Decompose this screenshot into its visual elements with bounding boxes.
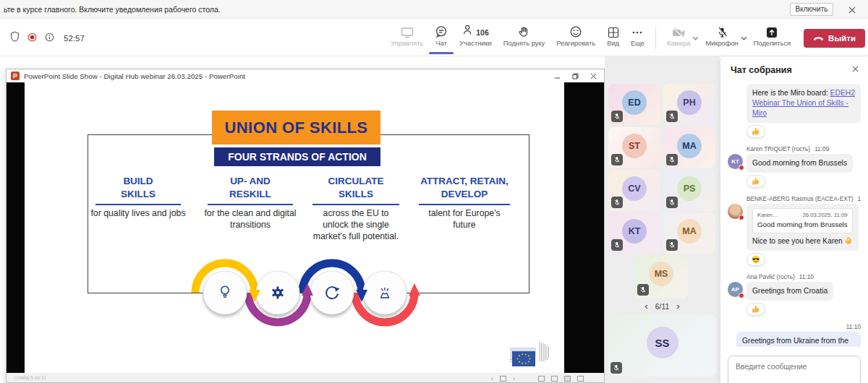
- european-commission-logo: [508, 340, 553, 373]
- sender-name: Ana Pavlić (гость): [746, 273, 795, 280]
- message-bubble: Karen…26.03.2025, 11:09 Good morning fro…: [746, 204, 859, 251]
- chat-bubble-icon: [435, 25, 448, 38]
- mic-off-badge: [611, 239, 623, 251]
- info-icon[interactable]: [45, 32, 54, 45]
- toolbar-mic-button[interactable]: Микрофон: [699, 25, 744, 52]
- strand-underline: [95, 204, 182, 205]
- reaction-pill[interactable]: [746, 253, 765, 266]
- chat-message: Ana Pavlić (гость)11:10 AP Greetings fro…: [728, 273, 861, 317]
- participant-tile[interactable]: ST: [608, 127, 660, 168]
- message-bubble: Greetings from Ukraine from the KFC of K…: [736, 332, 861, 347]
- pen-tool-icon[interactable]: [500, 376, 506, 382]
- mic-off-badge: [610, 362, 622, 374]
- strand-attract-retain-develop: ATTRACT, RETAIN,DEVELOP talent for Europ…: [406, 175, 523, 231]
- participants-count: 106: [476, 28, 489, 37]
- toolbar-more-button[interactable]: Еще: [625, 25, 650, 52]
- meeting-toolbar: 52:57 Управлять Чат 106 Участники Поднят…: [0, 19, 868, 56]
- participant-tile[interactable]: ED: [608, 84, 660, 125]
- ppt-window-title: PowerPoint Slide Show - Digital Hub webi…: [24, 72, 245, 80]
- chat-close-icon[interactable]: [851, 63, 859, 76]
- toolbar-raise-hand-button[interactable]: Поднять руку: [498, 25, 550, 52]
- mic-off-icon: [717, 25, 728, 38]
- ppt-titlebar[interactable]: P PowerPoint Slide Show - Digital Hub we…: [7, 69, 604, 82]
- gallery-pagination: ‹ 6/11 ›: [605, 302, 720, 311]
- message-bubble: Greetings from Croatia: [746, 282, 833, 301]
- slide-number-status: Слайд 6 из 11: [14, 375, 46, 380]
- chat-input-area: [728, 356, 861, 383]
- minimize-icon[interactable]: [554, 73, 561, 79]
- chat-message: Here is the Miro board: EDEH2 Webinar Th…: [728, 84, 861, 139]
- reaction-pill[interactable]: [746, 303, 765, 316]
- leave-meeting-button[interactable]: Выйти: [804, 29, 865, 48]
- quote-text: Good morning from Brussels: [757, 220, 848, 230]
- chat-messages: Here is the Miro board: EDEH2 Webinar Th…: [720, 81, 868, 347]
- toolbar-react-button[interactable]: Реагировать: [550, 25, 601, 52]
- avatar: KT: [728, 154, 743, 169]
- teams-meeting-screen: ьте в курсе главного. Включите уведомлен…: [0, 0, 868, 383]
- participant-tile[interactable]: KT: [608, 212, 660, 254]
- slide-content: UNION OF SKILLS FOUR STRANDS OF ACTION B…: [25, 82, 564, 373]
- avatar: MA: [677, 219, 702, 244]
- view-toggle-icon[interactable]: [551, 376, 558, 382]
- message-time: 11:10: [728, 323, 861, 330]
- toolbar-share-button[interactable]: Поделиться: [748, 25, 796, 52]
- sender-name: BENKE-ABERG Rasmus (EACEA-EXT): [746, 195, 854, 202]
- toolbar-camera-button[interactable]: Камера: [661, 25, 697, 52]
- mic-off-badge: [666, 239, 678, 251]
- participant-tile[interactable]: PH: [663, 84, 715, 125]
- message-input[interactable]: [728, 356, 861, 383]
- spotlight-participant-tile[interactable]: SS: [608, 314, 717, 376]
- raised-hand-icon: [518, 25, 529, 38]
- participant-tile[interactable]: MS: [634, 255, 688, 298]
- strand-circulate-skills: CIRCULATESKILLS across the EU to unlock …: [300, 175, 412, 243]
- enable-notifications-button[interactable]: Включить: [790, 3, 833, 16]
- view-toggle-icon[interactable]: [538, 376, 545, 382]
- close-icon[interactable]: [590, 73, 597, 79]
- sunglasses-face-icon: [752, 255, 760, 264]
- powerpoint-app-icon: P: [11, 72, 20, 80]
- ellipsis-icon: [631, 25, 643, 38]
- restore-icon[interactable]: [572, 73, 579, 79]
- gallery-next-icon[interactable]: ›: [676, 302, 679, 311]
- participant-tile[interactable]: MA: [663, 127, 715, 168]
- participant-tile[interactable]: MA: [663, 212, 715, 254]
- chat-panel-title: Чат собрания: [731, 65, 792, 75]
- gallery-prev-icon[interactable]: ‹: [644, 302, 647, 311]
- mic-off-badge: [637, 284, 649, 296]
- next-slide-icon[interactable]: ›: [513, 375, 515, 382]
- toolbar-view-button[interactable]: Вид: [601, 25, 625, 52]
- toolbar-participants-button[interactable]: 106 Участники: [454, 25, 497, 52]
- grid-view-icon: [608, 25, 619, 38]
- toolbar-manage-button[interactable]: Управлять: [385, 25, 429, 52]
- reaction-pill[interactable]: [746, 175, 765, 188]
- waving-hand-icon: [845, 236, 853, 244]
- message-time: 11:10: [858, 195, 861, 202]
- ppt-statusbar: Слайд 6 из 11 ‹ ›: [7, 373, 604, 382]
- previous-slide-icon[interactable]: ‹: [491, 375, 493, 382]
- chat-message-own: 11:10 Greetings from Ukraine from the KF…: [728, 323, 861, 347]
- participant-tile[interactable]: PS: [663, 170, 715, 211]
- toolbar-chat-button[interactable]: Чат: [429, 25, 454, 52]
- avatar: PS: [677, 176, 702, 201]
- mic-off-badge: [611, 154, 623, 165]
- message-time: 11:09: [814, 145, 829, 152]
- strand-underline: [208, 204, 294, 205]
- avatar: KT: [622, 219, 647, 244]
- view-toggle-icon[interactable]: [564, 376, 571, 382]
- avatar: AP: [728, 282, 743, 297]
- reaction-pill[interactable]: [746, 125, 765, 138]
- strand-build-skills: BUILDSKILLS for quality lives and jobs: [83, 175, 193, 220]
- participant-tile[interactable]: CV: [608, 170, 660, 211]
- notification-close-icon[interactable]: [848, 4, 858, 14]
- share-screen-icon: [766, 25, 778, 38]
- notification-bar: ьте в курсе главного. Включите уведомлен…: [0, 0, 868, 19]
- powerpoint-window: P PowerPoint Slide Show - Digital Hub we…: [6, 69, 605, 383]
- avatar: MS: [649, 262, 673, 286]
- avatar: MA: [677, 134, 702, 158]
- avatar: CV: [622, 176, 647, 201]
- people-icon: [462, 24, 474, 38]
- view-toggle-icon[interactable]: [577, 376, 584, 382]
- sender-name: Karen TRIQUET (гость): [746, 145, 810, 152]
- presence-dot: [739, 215, 744, 220]
- strand-up-and-reskill: UP- ANDRESKILL for the clean and digital…: [195, 175, 305, 231]
